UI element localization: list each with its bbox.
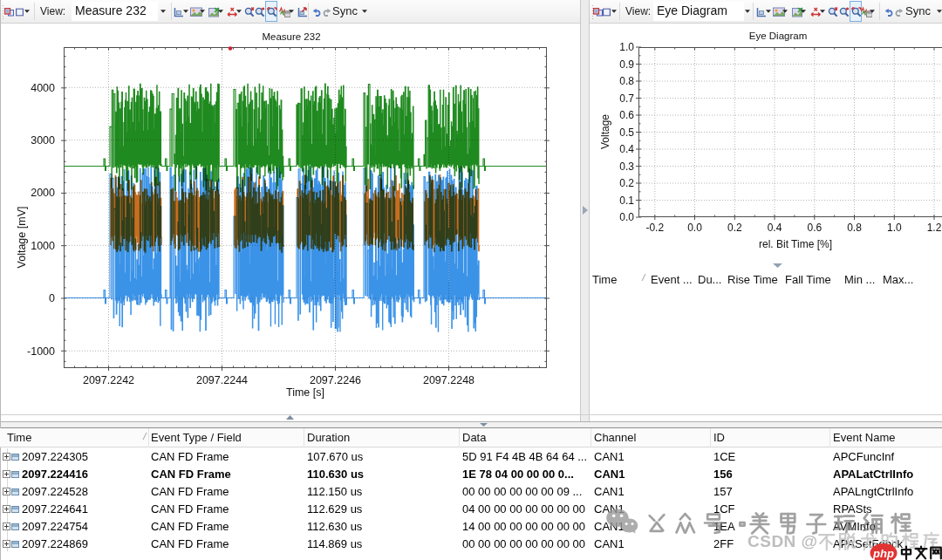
svg-text:php: php — [872, 547, 894, 560]
